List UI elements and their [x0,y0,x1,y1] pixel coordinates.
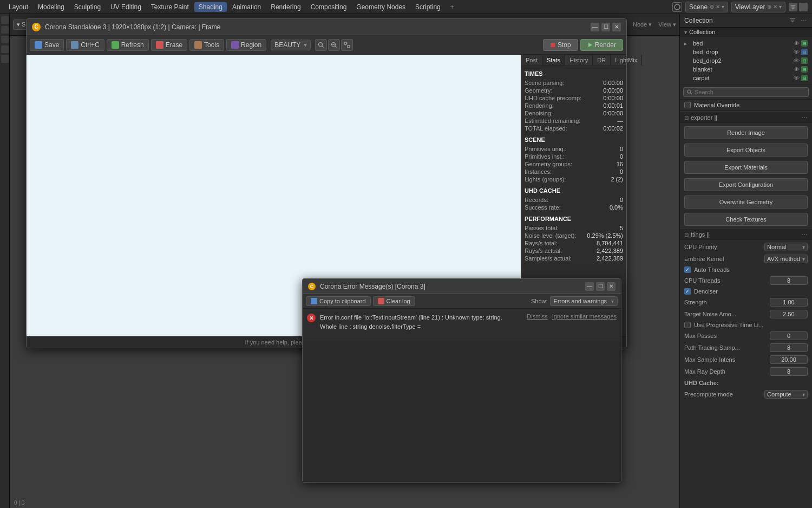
beauty-selector[interactable]: BEAUTY ▾ [271,40,311,50]
scene-selector[interactable]: Scene ⊕ ✕ ▾ [685,2,728,12]
sidebar-btn-1[interactable] [1,16,9,24]
error-close-btn[interactable]: ✕ [607,282,615,291]
uhd-section-title: UHD CACHE [525,187,623,194]
clear-log-button[interactable]: Clear log [373,296,415,306]
erase-button[interactable]: Erase [151,39,187,51]
tab-lightmix[interactable]: LightMix [611,55,642,66]
corona-close-btn[interactable]: ✕ [612,23,621,31]
cpu-priority-dropdown[interactable]: Normal ▾ [764,243,808,251]
menu-texture-paint[interactable]: Texture Paint [147,2,193,12]
ignore-similar-link[interactable]: Ignore similar messages [552,313,617,320]
tree-eye-bed-drop2[interactable]: 👁 [794,57,800,64]
tools-button[interactable]: Tools [189,39,224,51]
menu-geometry-nodes[interactable]: Geometry Nodes [352,2,410,12]
tab-post[interactable]: Post [521,55,542,66]
tree-item-icons-blanket: 👁 ⊟ [794,66,808,73]
render-button[interactable]: Render [580,39,623,51]
error-maximize-btn[interactable]: ☐ [596,282,605,291]
tree-eye-bed[interactable]: 👁 [794,40,800,47]
cpu-threads-value[interactable]: 8 [770,276,808,285]
copy-clipboard-button[interactable]: Copy to clipboard [306,296,371,306]
menu-shading[interactable]: Shading [194,2,227,12]
scene-section-title: SCENE [525,136,623,143]
extra-btn[interactable] [799,3,808,11]
tree-eye-blanket[interactable]: 👁 [794,66,800,73]
overwrite-geometry-button[interactable]: Overwrite Geometry [684,196,808,209]
sidebar-btn-2[interactable] [1,26,9,34]
show-label: Show: [531,298,548,304]
tab-history[interactable]: History [565,55,593,66]
dismiss-link[interactable]: Dismiss [527,313,548,320]
material-override-checkbox[interactable] [684,102,691,108]
tree-item-bed[interactable]: ▸ bed 👁 ⊟ [680,39,812,48]
menu-animation[interactable]: Animation [228,2,265,12]
zoom-fit-btn[interactable] [315,39,327,51]
corona-minimize-btn[interactable]: — [591,23,599,31]
denoiser-checkbox[interactable]: ✓ [684,288,691,295]
error-body-empty [303,341,621,482]
collection-settings-btn[interactable]: ⋯ [799,16,808,25]
max-ray-depth-value[interactable]: 8 [770,367,808,376]
search-input[interactable] [695,89,805,95]
sub-collection-chevron[interactable]: ▾ [684,29,687,35]
strength-value[interactable]: 1.00 [770,298,808,307]
precompute-mode-dropdown[interactable]: Compute ▾ [764,390,808,399]
show-selector[interactable]: Errors and warnings ▾ [550,296,618,306]
settings-section-divider[interactable]: ⊟ ttings || ⋯ [680,228,812,241]
filter-btn[interactable] [789,3,797,11]
zoom-out-btn[interactable] [328,39,340,51]
corona-maximize-btn[interactable]: ☐ [601,23,610,31]
center-area: ▾ Shader Editor ▾ Object Node ▾ View ▾ 0… [10,14,679,508]
sidebar-btn-3[interactable] [1,36,9,43]
tree-eye-carpet[interactable]: 👁 [794,75,800,81]
tree-item-bed-drop[interactable]: bed_drop 👁 ⊟ [680,48,812,56]
copy-button[interactable]: Ctrl+C [66,39,104,51]
embree-kernel-dropdown[interactable]: AVX method ▾ [764,255,808,263]
refresh-button[interactable]: Refresh [107,39,149,51]
max-sample-intens-value[interactable]: 20.00 [770,355,808,364]
sidebar-btn-4[interactable] [1,45,9,53]
auto-threads-checkbox[interactable]: ✓ [684,266,691,273]
tree-item-carpet[interactable]: carpet 👁 ⊟ [680,74,812,82]
export-materials-button[interactable]: Export Materials [684,161,808,174]
menu-uv-editing[interactable]: UV Editing [106,2,146,12]
save-button[interactable]: Save [30,39,64,51]
menu-rendering[interactable]: Rendering [266,2,305,12]
settings-target-noise: Target Noise Amo... 2.50 [680,308,812,320]
tab-stats[interactable]: Stats [542,55,565,66]
render-image-button[interactable]: Render Image [684,126,808,139]
tab-dr[interactable]: DR [593,55,611,66]
exporter-section-divider[interactable]: ⊟ exporter || ⋯ [680,111,812,124]
tree-item-bed-drop2[interactable]: bed_drop2 👁 ⊟ [680,56,812,65]
error-minimize-btn[interactable]: — [585,282,594,291]
menu-modeling[interactable]: Modeling [34,2,69,12]
stat-total-elapsed: TOTAL elapsed:0:00:02 [525,125,623,132]
menu-scripting[interactable]: Scripting [411,2,445,12]
path-tracing-value[interactable]: 8 [770,343,808,352]
menu-layout[interactable]: Layout [4,2,32,12]
tree-item-blanket[interactable]: blanket 👁 ⊟ [680,65,812,74]
target-noise-value[interactable]: 2.50 [770,310,808,318]
tree-eye-bed-drop[interactable]: 👁 [794,49,800,55]
sidebar-btn-5[interactable] [1,55,9,63]
menu-add[interactable]: + [446,2,459,12]
view-layer-selector[interactable]: ViewLayer ⊕ ✕ ▾ [731,2,785,12]
blender-icon[interactable] [672,2,682,12]
stop-button[interactable]: Stop [543,39,578,51]
collection-filter-btn[interactable] [788,16,797,25]
copy-icon [71,41,78,49]
export-configuration-button[interactable]: Export Configuration [684,178,808,191]
zoom-reset-btn[interactable] [341,39,353,51]
menu-sculpting[interactable]: Sculpting [70,2,105,12]
check-textures-button[interactable]: Check Textures [684,213,808,226]
menu-compositing[interactable]: Compositing [306,2,351,12]
beauty-chevron: ▾ [304,41,307,49]
progressive-time-checkbox[interactable] [684,322,691,328]
tree-filter-carpet: ⊟ [801,75,808,81]
svg-point-0 [675,4,680,10]
settings-max-ray-depth: Max Ray Depth 8 [680,366,812,377]
export-objects-button[interactable]: Export Objects [684,144,808,157]
tree-filter-bed: ⊟ [801,40,808,47]
region-button[interactable]: Region [226,39,266,51]
max-passes-value[interactable]: 0 [770,331,808,340]
